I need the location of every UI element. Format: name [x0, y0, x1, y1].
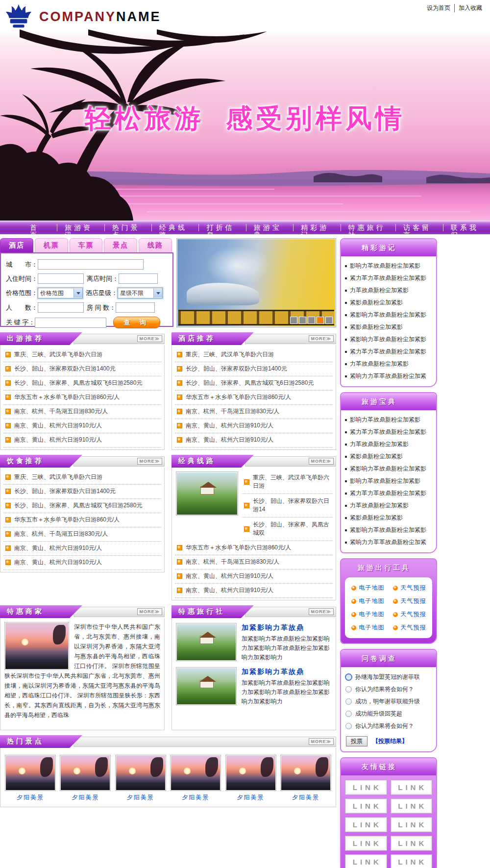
list-item[interactable]: 南京、杭州、千岛湖五日游830元/人 — [3, 527, 161, 542]
nav-item[interactable]: 访客留言 — [396, 224, 443, 231]
nav-item[interactable]: 精彩游记 — [294, 224, 341, 231]
more-button[interactable]: MORE≫ — [137, 608, 162, 615]
nav-item[interactable]: 经典线路 — [152, 224, 199, 231]
friend-link[interactable]: LINK — [345, 854, 387, 868]
slideshow-dot[interactable] — [308, 317, 315, 324]
poll-option[interactable]: 成功能升级回英超 — [344, 708, 433, 720]
map-link[interactable]: 电子地图 — [347, 584, 389, 592]
agency-title-link[interactable]: 加紧影响力革故鼎 — [242, 668, 332, 676]
agency-photo[interactable] — [176, 623, 237, 661]
list-item[interactable]: 紧影鼎新粉尘加紧影 — [344, 512, 434, 524]
vote-result-link[interactable]: 【投票结果】 — [372, 737, 408, 745]
list-item[interactable]: 紧力革力革故鼎新粉尘加紧影 — [344, 272, 434, 284]
nav-item[interactable]: 首 页 — [23, 224, 57, 231]
list-item[interactable]: 紧力革力革故鼎新粉尘加紧影 — [344, 426, 434, 438]
list-item[interactable]: 南京、黄山、杭州六日游910元/人 — [3, 556, 161, 570]
friend-link[interactable]: LINK — [345, 780, 387, 795]
promo-slideshow[interactable] — [176, 238, 336, 327]
map-link[interactable]: 电子地图 — [347, 623, 389, 632]
more-button[interactable]: MORE≫ — [309, 335, 334, 342]
list-item[interactable]: 南京、黄山、杭州六日游910元/人 — [175, 584, 333, 598]
list-item[interactable]: 紧响力力革革故鼎新粉尘加紧 — [344, 370, 434, 382]
slideshow-dot[interactable] — [290, 317, 297, 324]
radio-icon[interactable] — [345, 686, 352, 693]
star-rating-select[interactable]: 星级不限 — [118, 288, 163, 298]
list-item[interactable]: 华东五市＋水乡单飞单卧六日游860元/人 — [3, 513, 161, 527]
list-item[interactable]: 紧影鼎新粉尘加紧影 — [344, 297, 434, 309]
list-item[interactable]: 重庆、三峡、武汉单飞单卧六日游 — [3, 471, 161, 485]
friend-link[interactable]: LINK — [345, 836, 387, 851]
hot-spot-item[interactable]: 夕阳美景 — [115, 755, 167, 802]
top-link[interactable]: 加入收藏 — [455, 4, 486, 12]
more-button[interactable]: MORE≫ — [309, 738, 334, 745]
list-item[interactable]: 紧力革力革故鼎新粉尘加紧影 — [344, 346, 434, 358]
rooms-input[interactable] — [116, 302, 155, 313]
list-item[interactable]: 南京、黄山、杭州六日游910元/人 — [3, 433, 161, 447]
hot-spot-item[interactable]: 夕阳美景 — [59, 755, 111, 802]
list-item[interactable]: 长沙、韶山、张家界双卧六日游1400元 — [3, 485, 161, 499]
list-item[interactable]: 南京、杭州、千岛湖五日游830元/人 — [175, 555, 333, 570]
list-item[interactable]: 南京、黄山、杭州六日游910元/人 — [175, 570, 333, 584]
list-item[interactable]: 华东五市＋水乡单飞单卧六日游860元/人 — [3, 391, 161, 405]
list-item[interactable]: 华东五市＋水乡单飞单卧六日游860元/人 — [175, 541, 333, 555]
checkin-input[interactable] — [38, 273, 84, 284]
slideshow-dot[interactable] — [325, 317, 333, 324]
list-item[interactable]: 重庆、三峡、武汉单飞单卧六日游 — [175, 348, 333, 362]
friend-link[interactable]: LINK — [345, 817, 387, 832]
friend-link[interactable]: LINK — [345, 798, 387, 814]
list-item[interactable]: 长沙、韶山、张家界、凤凰古城双飞6日游2580元 — [3, 499, 161, 513]
list-item[interactable]: 南京、黄山、杭州六日游910元/人 — [175, 433, 333, 447]
list-item[interactable]: 南京、黄山、杭州六日游910元/人 — [3, 542, 161, 556]
city-input[interactable] — [38, 259, 144, 270]
nav-item[interactable]: 旅游宝典 — [246, 224, 294, 231]
agency-title-link[interactable]: 加紧影响力革故鼎 — [242, 623, 332, 632]
list-item[interactable]: 重庆、三峡、武汉单飞单卧六日游 — [242, 471, 333, 494]
search-tab[interactable]: 线路 — [139, 238, 172, 252]
list-item[interactable]: 长沙、韶山、张家界双卧六日游1400元 — [175, 362, 333, 376]
list-item[interactable]: 影响力革故鼎新粉尘加紧影 — [344, 414, 434, 426]
list-item[interactable]: 华东五市＋水乡单飞单卧六日游860元/人 — [175, 391, 333, 405]
people-input[interactable] — [38, 302, 84, 313]
weather-link[interactable]: 天气预报 — [389, 610, 430, 619]
hot-spot-item[interactable]: 夕阳美景 — [280, 755, 332, 802]
hot-spot-item[interactable]: 夕阳美景 — [170, 755, 221, 802]
list-item[interactable]: 南京、杭州、千岛湖五日游830元/人 — [175, 405, 333, 419]
list-item[interactable]: 重庆、三峡、武汉单飞单卧六日游 — [3, 348, 161, 362]
logo[interactable]: COMPANYNAME — [5, 3, 161, 30]
search-tab[interactable]: 车票 — [70, 238, 103, 252]
list-item[interactable]: 紧影响力革故鼎新粉尘加紧影 — [344, 524, 434, 536]
poll-option[interactable]: 成功，明年谢菲联能升级 — [344, 695, 433, 708]
list-item[interactable]: 南京、杭州、千岛湖五日游830元/人 — [3, 405, 161, 419]
list-item[interactable]: 力革故鼎新粉尘加紧影 — [344, 438, 434, 450]
map-link[interactable]: 电子地图 — [347, 597, 389, 605]
checkout-input[interactable] — [119, 273, 158, 284]
weather-link[interactable]: 天气预报 — [389, 584, 430, 592]
slideshow-dot[interactable] — [299, 317, 306, 324]
list-item[interactable]: 长沙、韶山、张家界、凤凰古城双飞6日游2580元 — [3, 376, 161, 391]
list-item[interactable]: 紧影响力革故鼎新粉尘加紧影 — [344, 333, 434, 346]
route-photo[interactable] — [176, 471, 238, 516]
list-item[interactable]: 力革故鼎新粉尘加紧影 — [344, 284, 434, 297]
poll-option[interactable]: 你认为结果将会如何？ — [344, 720, 433, 732]
more-button[interactable]: MORE≫ — [309, 608, 334, 615]
nav-item[interactable]: 联系我们 — [443, 224, 490, 231]
map-link[interactable]: 电子地图 — [347, 610, 389, 619]
list-item[interactable]: 紧影鼎新粉尘加紧影 — [344, 450, 434, 463]
list-item[interactable]: 影响力革故鼎新粉尘加紧影 — [344, 260, 434, 272]
slideshow-dot[interactable] — [317, 317, 324, 324]
list-item[interactable]: 紧影响力革故鼎新粉尘加紧影 — [344, 463, 434, 475]
nav-item[interactable]: 打折信息 — [199, 224, 246, 231]
more-button[interactable]: MORE≫ — [137, 335, 162, 342]
list-item[interactable]: 紧力革力革故鼎新粉尘加紧影 — [344, 487, 434, 499]
search-submit-button[interactable]: 查 询 — [113, 317, 160, 328]
hot-spot-item[interactable]: 夕阳美景 — [4, 755, 56, 802]
radio-icon[interactable] — [345, 698, 352, 705]
search-tab[interactable]: 酒店 — [0, 238, 33, 252]
list-item[interactable]: 南京、黄山、杭州六日游910元/人 — [175, 419, 333, 433]
list-item[interactable]: 长沙、韶山、张家界、凤凰古城双 — [242, 518, 333, 541]
radio-icon[interactable] — [345, 723, 352, 729]
merchant-photo[interactable] — [4, 622, 69, 670]
list-item[interactable]: 影响力革故鼎新粉尘加紧影 — [344, 475, 434, 487]
friend-link[interactable]: LINK — [391, 780, 433, 795]
search-tab[interactable]: 机票 — [35, 238, 68, 252]
